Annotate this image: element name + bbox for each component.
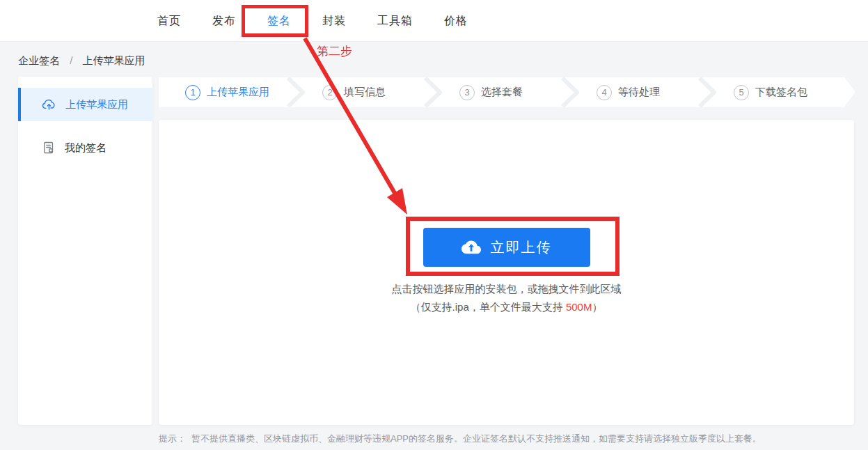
page: 首页 发布 签名 封装 工具箱 价格 企业签名 / 上传苹果应用 上传苹果应用 [0,0,868,450]
upload-drop-zone[interactable]: 立即上传 点击按钮选择应用的安装包，或拖拽文件到此区域 （仅支持.ipa，单个文… [159,120,854,425]
step-number: 3 [459,85,475,100]
tab-label: 签名 [267,14,291,29]
footer-disclaimer: 提示：暂不提供直播类、区块链虚拟币、金融理财等违规APP的签名服务。企业证签名默… [159,433,762,445]
cloud-upload-icon [42,98,56,111]
chevron-right-icon [287,77,305,107]
step-number: 4 [597,85,612,100]
chevron-right-icon [424,77,442,107]
breadcrumb-separator: / [70,54,72,66]
tab-toolbox[interactable]: 工具箱 [377,0,413,42]
step-1-upload: 1 上传苹果应用 [159,77,296,107]
tab-home[interactable]: 首页 [157,0,181,42]
main-nav: 首页 发布 签名 封装 工具箱 价格 [157,0,468,42]
step-label: 填写信息 [344,86,386,99]
step-number: 2 [322,85,338,100]
tab-signature[interactable]: 签名 [267,0,291,42]
upload-instruction-line2: （仅支持.ipa，单个文件最大支持 500M） [411,301,603,314]
upload-button-label: 立即上传 [491,238,552,257]
tab-label: 封装 [322,14,346,29]
signature-doc-icon [42,141,56,155]
step-label: 选择套餐 [481,86,523,99]
sidebar-item-label: 我的签名 [65,141,106,155]
breadcrumb: 企业签名 / 上传苹果应用 [18,54,145,68]
chevron-right-icon [698,77,716,107]
tab-publish[interactable]: 发布 [212,0,236,42]
instruction-prefix: （仅支持.ipa，单个文件最大支持 [411,301,566,313]
footer-disclaimer-prefix: 提示： [159,433,186,444]
sidebar-item-my-signatures[interactable]: 我的签名 [18,131,152,164]
step-label: 上传苹果应用 [207,86,269,99]
tab-package[interactable]: 封装 [322,0,346,42]
top-header: 首页 发布 签名 封装 工具箱 价格 [0,0,868,42]
step-2-fill-info: 2 填写信息 [296,77,433,107]
step-number: 5 [734,85,749,100]
breadcrumb-enterprise-signature[interactable]: 企业签名 [18,54,60,66]
upload-now-button[interactable]: 立即上传 [423,228,590,267]
step-two-annotation: 第二步 [317,43,352,59]
tab-label: 价格 [444,14,468,29]
tab-label: 首页 [157,14,181,29]
tab-label: 工具箱 [377,14,413,29]
tab-label: 发布 [212,14,236,29]
size-limit-value: 500M [566,301,592,313]
steps-bar: 1 上传苹果应用 2 填写信息 3 选择套餐 4 等待处理 5 下载签名包 [159,77,844,107]
breadcrumb-upload-app[interactable]: 上传苹果应用 [83,54,145,66]
tab-price[interactable]: 价格 [444,0,468,42]
step-label: 等待处理 [618,86,660,99]
chevron-right-icon [561,77,579,107]
sidebar-item-upload-apple-app[interactable]: 上传苹果应用 [18,88,152,121]
footer-disclaimer-text: 暂不提供直播类、区块链虚拟币、金融理财等违规APP的签名服务。企业证签名默认不支… [191,433,762,444]
sidebar: 上传苹果应用 我的签名 [18,77,152,425]
step-5-download-package: 5 下载签名包 [707,77,844,107]
instruction-suffix: ） [592,301,602,313]
upload-instruction-line1: 点击按钮选择应用的安装包，或拖拽文件到此区域 [392,283,622,296]
step-label: 下载签名包 [755,86,807,99]
cloud-upload-icon [461,240,481,255]
step-3-choose-plan: 3 选择套餐 [433,77,570,107]
step-4-wait-processing: 4 等待处理 [570,77,707,107]
sidebar-item-label: 上传苹果应用 [65,98,128,111]
step-number: 1 [185,85,200,100]
